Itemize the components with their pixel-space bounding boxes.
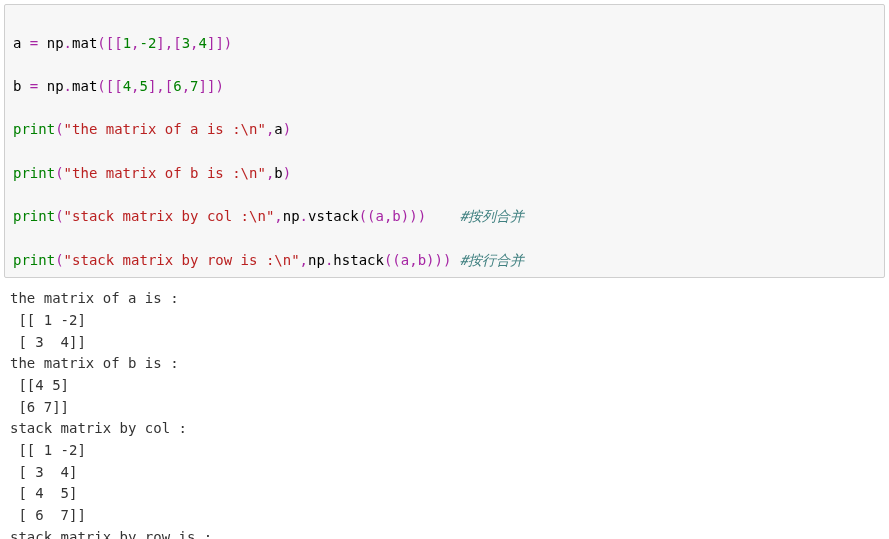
output-line: [ 4 5] (10, 485, 77, 501)
output-line: [[4 5] (10, 377, 69, 393)
string-literal: "stack matrix by row is :\n" (64, 252, 300, 268)
comma: , (131, 35, 139, 51)
print-call: print (13, 165, 55, 181)
num-literal: 3 (182, 35, 190, 51)
output-line: the matrix of b is : (10, 355, 179, 371)
bracket-close: ]]) (207, 35, 232, 51)
comma: , (300, 252, 308, 268)
paren-close: ) (418, 208, 426, 224)
args: ((a,b)) (359, 208, 418, 224)
args: ((a,b)) (384, 252, 443, 268)
np-ref: np (283, 208, 300, 224)
comma: , (190, 35, 198, 51)
code-line-3: print("the matrix of a is :\n",a) (13, 119, 876, 141)
comment: #按行合并 (460, 252, 524, 268)
paren-open: ( (55, 208, 63, 224)
dot: . (64, 78, 72, 94)
output-line: [[ 1 -2] (10, 442, 86, 458)
arg-a: a (274, 121, 282, 137)
num-literal: 4 (199, 35, 207, 51)
paren-open: ( (55, 121, 63, 137)
print-call: print (13, 252, 55, 268)
hstack-call: hstack (333, 252, 384, 268)
dot: . (64, 35, 72, 51)
comment: #按列合并 (460, 208, 524, 224)
num-literal: 6 (173, 78, 181, 94)
mat-call: mat (72, 35, 97, 51)
np-ref: np (47, 78, 64, 94)
output-line: stack matrix by row is : (10, 529, 212, 539)
code-output-cell: the matrix of a is : [[ 1 -2] [ 3 4]] th… (0, 284, 889, 539)
bracket-close: ]]) (199, 78, 224, 94)
string-literal: "the matrix of b is :\n" (64, 165, 266, 181)
string-literal: "the matrix of a is :\n" (64, 121, 266, 137)
code-line-5: print("stack matrix by col :\n",np.vstac… (13, 206, 876, 228)
code-line-6: print("stack matrix by row is :\n",np.hs… (13, 250, 876, 272)
num-literal: 5 (140, 78, 148, 94)
np-ref: np (47, 35, 64, 51)
print-call: print (13, 208, 55, 224)
comma: , (274, 208, 282, 224)
paren-open: ( (55, 252, 63, 268)
bracket-mid: ],[ (156, 35, 181, 51)
code-line-1: a = np.mat([[1,-2],[3,4]]) (13, 33, 876, 55)
output-line: [ 3 4]] (10, 334, 86, 350)
output-line: stack matrix by col : (10, 420, 187, 436)
bracket-open: ([[ (97, 78, 122, 94)
pad (451, 252, 459, 268)
bracket-open: ([[ (97, 35, 122, 51)
vstack-call: vstack (308, 208, 359, 224)
arg-b: b (274, 165, 282, 181)
num-literal: -2 (140, 35, 157, 51)
output-line: [ 3 4] (10, 464, 77, 480)
paren-close: ) (283, 165, 291, 181)
num-literal: 4 (123, 78, 131, 94)
assign-op: = (21, 78, 46, 94)
code-line-4: print("the matrix of b is :\n",b) (13, 163, 876, 185)
num-literal: 7 (190, 78, 198, 94)
output-line: the matrix of a is : (10, 290, 179, 306)
comma: , (182, 78, 190, 94)
print-call: print (13, 121, 55, 137)
string-literal: "stack matrix by col :\n" (64, 208, 275, 224)
output-line: [[ 1 -2] (10, 312, 86, 328)
paren-close: ) (283, 121, 291, 137)
code-input-cell: a = np.mat([[1,-2],[3,4]]) b = np.mat([[… (4, 4, 885, 278)
np-ref: np (308, 252, 325, 268)
bracket-mid: ],[ (148, 78, 173, 94)
output-line: [6 7]] (10, 399, 69, 415)
assign-op: = (21, 35, 46, 51)
comma: , (131, 78, 139, 94)
dot: . (300, 208, 308, 224)
paren-open: ( (55, 165, 63, 181)
pad (426, 208, 460, 224)
mat-call: mat (72, 78, 97, 94)
num-literal: 1 (123, 35, 131, 51)
output-line: [ 6 7]] (10, 507, 86, 523)
code-line-2: b = np.mat([[4,5],[6,7]]) (13, 76, 876, 98)
